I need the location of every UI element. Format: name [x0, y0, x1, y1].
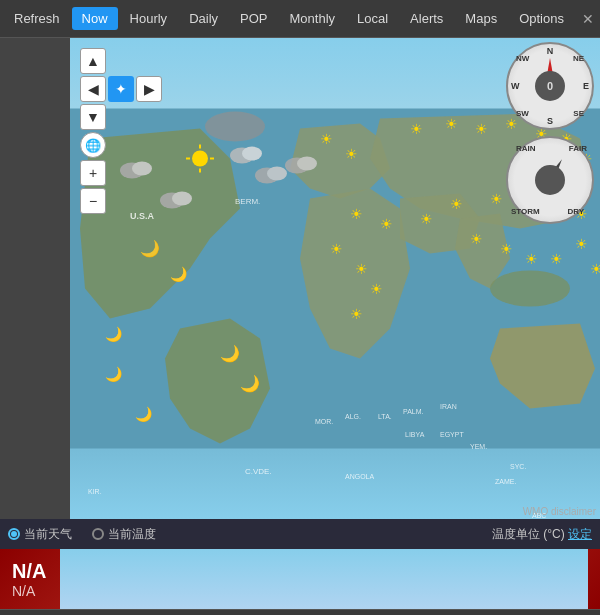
svg-text:☀: ☀: [330, 241, 343, 257]
svg-text:🌙: 🌙: [170, 266, 188, 283]
svg-text:ANGOLA: ANGOLA: [345, 473, 375, 480]
local-button[interactable]: Local: [347, 7, 398, 30]
sky-bar: [60, 549, 588, 609]
svg-text:☀: ☀: [420, 211, 433, 227]
na-sub: N/A: [12, 583, 35, 599]
svg-text:EGYPT: EGYPT: [440, 431, 464, 438]
svg-text:☀: ☀: [350, 306, 363, 322]
dial-storm-label: STORM: [511, 207, 540, 216]
svg-text:☀: ☀: [525, 251, 538, 267]
svg-text:☀: ☀: [320, 131, 333, 147]
monthly-button[interactable]: Monthly: [280, 7, 346, 30]
temp-unit-label: 温度单位 (°C): [492, 527, 565, 541]
svg-text:☀: ☀: [550, 251, 563, 267]
zoom-out-button[interactable]: −: [80, 188, 106, 214]
svg-text:MOR.: MOR.: [315, 418, 333, 425]
svg-text:🌙: 🌙: [135, 406, 153, 423]
wmo-disclaimer: WMO disclaimer: [523, 506, 596, 517]
globe-button[interactable]: 🌐: [80, 132, 106, 158]
alerts-button[interactable]: Alerts: [400, 7, 453, 30]
na-panel: N/A N/A: [0, 549, 600, 609]
compass-nw: NW: [516, 54, 529, 63]
svg-text:☀: ☀: [590, 261, 600, 277]
current-temp-label: 当前温度: [108, 526, 156, 543]
main-area: 🌙 🌙 🌙 🌙 🌙 ☀ ☀ ☀ ☀ ☀ ☀ ☀ ☀ ☀ ☀ ☀ ☀: [0, 38, 600, 519]
current-weather-label: 当前天气: [24, 526, 72, 543]
weather-dial[interactable]: RAIN FAIR STORM DRY: [506, 136, 594, 224]
weather-options-bar: 当前天气 当前温度 温度单位 (°C) 设定: [0, 519, 600, 549]
refresh-button[interactable]: Refresh: [4, 7, 70, 30]
svg-text:C.VDE.: C.VDE.: [245, 467, 272, 476]
svg-text:☀: ☀: [575, 236, 588, 252]
na-block: N/A N/A: [12, 560, 46, 599]
svg-text:SYC.: SYC.: [510, 463, 526, 470]
svg-text:🌙: 🌙: [105, 326, 123, 343]
zoom-in-button[interactable]: +: [80, 160, 106, 186]
compass-south: S: [547, 116, 553, 126]
dial-dry-label: DRY: [567, 207, 584, 216]
svg-text:🌙: 🌙: [105, 366, 123, 383]
pan-down-button[interactable]: ▼: [80, 104, 106, 130]
svg-text:ZAME.: ZAME.: [495, 478, 516, 485]
svg-point-2: [490, 271, 570, 307]
pan-left-button[interactable]: ◀: [80, 76, 106, 102]
now-button[interactable]: Now: [72, 7, 118, 30]
svg-text:YEM.: YEM.: [470, 443, 487, 450]
compass-sw: SW: [516, 109, 529, 118]
svg-text:☀: ☀: [410, 121, 423, 137]
pop-button[interactable]: POP: [230, 7, 277, 30]
widget-area: N S W E NW NE SW SE 0 RAIN FAIR STORM DR…: [506, 42, 596, 224]
svg-text:KIR.: KIR.: [88, 488, 102, 495]
dial-center: [535, 165, 565, 195]
svg-text:☀: ☀: [380, 216, 393, 232]
dial-fair-label: FAIR: [569, 144, 587, 153]
svg-text:☀: ☀: [350, 206, 363, 222]
compass-widget[interactable]: N S W E NW NE SW SE 0: [506, 42, 594, 130]
svg-text:☀: ☀: [450, 196, 463, 212]
svg-text:☀: ☀: [345, 146, 358, 162]
compass-east: E: [583, 81, 589, 91]
left-panel: [0, 38, 70, 519]
svg-point-1: [205, 112, 265, 142]
daily-button[interactable]: Daily: [179, 7, 228, 30]
svg-point-51: [297, 157, 317, 171]
na-text: N/A: [12, 560, 46, 583]
compass-north: N: [547, 46, 554, 56]
svg-text:IRAN: IRAN: [440, 403, 457, 410]
pan-up-button[interactable]: ▲: [80, 48, 106, 74]
options-button[interactable]: Options: [509, 7, 574, 30]
map-controls: ▲ ◀ ✦ ▶ ▼ 🌐 + −: [80, 48, 162, 214]
svg-text:🌙: 🌙: [240, 374, 260, 393]
hourly-button[interactable]: Hourly: [120, 7, 178, 30]
dial-rain-label: RAIN: [516, 144, 536, 153]
svg-text:PALM.: PALM.: [403, 408, 424, 415]
svg-point-7: [192, 151, 208, 167]
temp-unit-link[interactable]: 设定: [568, 527, 592, 541]
maps-button[interactable]: Maps: [455, 7, 507, 30]
pan-right-button[interactable]: ▶: [136, 76, 162, 102]
bottom-nav: History News Health Videos Photos Camera…: [0, 609, 600, 615]
svg-point-47: [242, 147, 262, 161]
svg-text:☀: ☀: [490, 191, 503, 207]
svg-text:🌙: 🌙: [140, 239, 160, 258]
svg-text:☀: ☀: [445, 116, 458, 132]
temp-unit: 温度单位 (°C) 设定: [492, 526, 592, 543]
current-temp-radio[interactable]: [92, 528, 104, 540]
svg-text:☀: ☀: [475, 121, 488, 137]
svg-text:ALG.: ALG.: [345, 413, 361, 420]
current-temp-option[interactable]: 当前温度: [92, 526, 156, 543]
current-weather-radio[interactable]: [8, 528, 20, 540]
svg-text:☀: ☀: [470, 231, 483, 247]
compass-center: 0: [535, 71, 565, 101]
compass-ne: NE: [573, 54, 584, 63]
svg-text:🌙: 🌙: [220, 344, 240, 363]
svg-text:LIBYA: LIBYA: [405, 431, 425, 438]
close-button[interactable]: ✕: [576, 9, 600, 29]
svg-text:☀: ☀: [370, 281, 383, 297]
current-weather-option[interactable]: 当前天气: [8, 526, 72, 543]
svg-point-6: [172, 192, 192, 206]
svg-text:BERM.: BERM.: [235, 197, 260, 206]
compass-button[interactable]: ✦: [108, 76, 134, 102]
radio-dot: [11, 531, 17, 537]
svg-text:☀: ☀: [500, 241, 513, 257]
